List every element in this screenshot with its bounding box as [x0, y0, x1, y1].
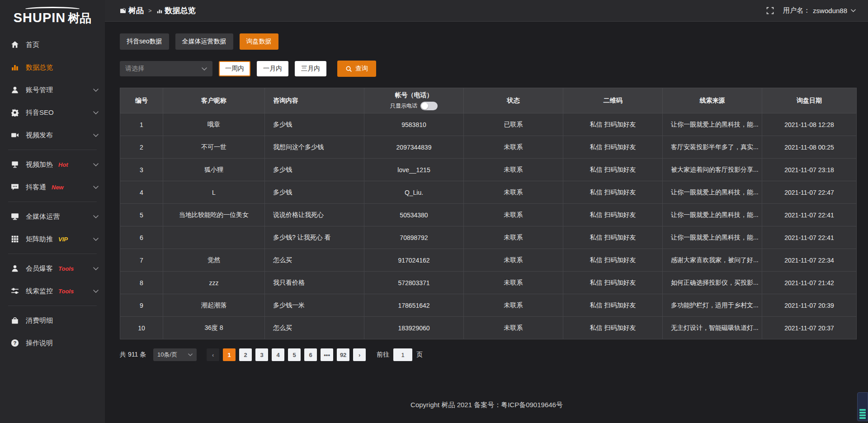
cell-account: 70898792 [364, 226, 464, 249]
cell-source-link[interactable]: 多功能护栏灯，适用于乡村文... [663, 294, 762, 317]
user-dropdown[interactable]: 用户名： zswodun88 [783, 6, 856, 15]
next-page-button[interactable]: › [353, 348, 366, 361]
chevron-down-icon [93, 163, 99, 166]
sidebar-item-matrix-boost[interactable]: 矩阵助推VIP [0, 228, 105, 250]
cell-date: 2021-11-07 22:41 [762, 226, 857, 249]
logo-cn: 树品 [68, 10, 91, 26]
logo[interactable]: SHUPIN 树品 [0, 4, 105, 29]
cell-nickname: 36度 8 [163, 317, 265, 339]
sidebar-item-video-heating[interactable]: 视频加热Hot [0, 153, 105, 176]
sidebar-item-label: 抖客通 [26, 183, 46, 192]
cell-source-link[interactable]: 让你一眼就爱上的黑科技，能... [663, 113, 762, 136]
sidebar-item-clue-monitor[interactable]: 线索监控Tools [0, 280, 105, 302]
cell-status: 未联系 [464, 159, 563, 181]
breadcrumb-current[interactable]: 数据总览 [156, 5, 196, 16]
home-icon [11, 41, 19, 49]
page-button-4[interactable]: 4 [272, 348, 284, 361]
column-header-date: 询盘日期 [762, 88, 857, 113]
cell-status: 未联系 [464, 181, 563, 204]
cell-no: 7 [120, 249, 163, 272]
sidebar-item-doukeTong[interactable]: 抖客通New [0, 176, 105, 198]
cell-source-link[interactable]: 如何正确选择投影仪，买投影... [663, 272, 762, 294]
sidebar-item-operation-guide[interactable]: ?操作说明 [0, 332, 105, 354]
search-button[interactable]: 查询 [337, 61, 376, 77]
sidebar-item-consumption-detail[interactable]: 消费明细 [0, 309, 105, 332]
period-button-0[interactable]: 一周内 [219, 61, 250, 76]
tab-0[interactable]: 抖音seo数据 [120, 33, 169, 50]
table-row: 6多少钱? 让我死心 看70898792未联系私信 扫码加好友让你一眼就爱上的黑… [120, 226, 857, 249]
widget-bar [859, 414, 866, 416]
cell-account: 50534380 [364, 204, 464, 226]
cell-source-link[interactable]: 被大家追着问的客厅投影分享... [663, 159, 762, 181]
breadcrumb-current-label: 数据总览 [165, 5, 196, 16]
fullscreen-icon[interactable] [766, 7, 774, 14]
comment-icon [11, 183, 19, 191]
cell-qrcode-link[interactable]: 私信 扫码加好友 [563, 249, 663, 272]
heat-icon [11, 160, 19, 169]
sidebar-item-label: 会员爆客 [26, 264, 53, 273]
goto-page-input[interactable]: 1 [393, 348, 412, 361]
table-row: 5当地比较能吃的一位美女说说价格让我死心50534380未联系私信 扫码加好友让… [120, 204, 857, 226]
tab-1[interactable]: 全媒体运营数据 [175, 33, 233, 50]
breadcrumb-home[interactable]: 树品 [120, 5, 144, 16]
page-button-5[interactable]: 5 [288, 348, 301, 361]
cell-account: 2097344839 [364, 136, 464, 159]
cell-qrcode-link[interactable]: 私信 扫码加好友 [563, 159, 663, 181]
cell-qrcode-link[interactable]: 私信 扫码加好友 [563, 294, 663, 317]
sidebar-item-douyin-seo[interactable]: 抖音SEO [0, 101, 105, 124]
cell-content: 多少钱一米 [265, 294, 364, 317]
sidebar-item-member-baoke[interactable]: 会员爆客Tools [0, 257, 105, 280]
cell-account: 572803371 [364, 272, 464, 294]
widget-bar [859, 417, 866, 419]
cell-date: 2021-11-07 22:41 [762, 204, 857, 226]
floating-widget[interactable] [857, 392, 868, 421]
cell-qrcode-link[interactable]: 私信 扫码加好友 [563, 317, 663, 339]
table-row: 9潮起潮落多少钱一米178651642未联系私信 扫码加好友多功能护栏灯，适用于… [120, 294, 857, 317]
page-button-1[interactable]: 1 [223, 348, 236, 361]
page-size-select[interactable]: 10条/页 [153, 348, 197, 361]
tab-2[interactable]: 询盘数据 [240, 33, 278, 50]
phone-only-toggle[interactable] [420, 102, 438, 110]
breadcrumb-home-label: 树品 [128, 5, 144, 16]
cell-source-link[interactable]: 让你一眼就爱上的黑科技，能... [663, 181, 762, 204]
cell-source-link[interactable]: 感谢大家喜欢我家，被问了好... [663, 249, 762, 272]
cell-account: 183929060 [364, 317, 464, 339]
sidebar: SHUPIN 树品 首页数据总览账号管理抖音SEO视频发布视频加热Hot抖客通N… [0, 0, 105, 423]
cell-source-link[interactable]: 让你一眼就爱上的黑科技，能... [663, 226, 762, 249]
filter-select[interactable]: 请选择 [120, 61, 212, 76]
column-header-account: 帐号（电话） 只显示电话 [364, 88, 464, 113]
filter-select-placeholder: 请选择 [125, 65, 144, 73]
cell-qrcode-link[interactable]: 私信 扫码加好友 [563, 226, 663, 249]
cell-source-link[interactable]: 让你一眼就爱上的黑科技，能... [663, 204, 762, 226]
sidebar-item-home[interactable]: 首页 [0, 33, 105, 56]
cell-qrcode-link[interactable]: 私信 扫码加好友 [563, 136, 663, 159]
period-button-1[interactable]: 一月内 [257, 61, 288, 76]
page-button-3[interactable]: 3 [255, 348, 268, 361]
sidebar-item-all-media-operation[interactable]: 全媒体运营 [0, 205, 105, 228]
sidebar-item-badge: New [52, 184, 64, 191]
cell-status: 未联系 [464, 272, 563, 294]
cell-nickname: 哦章 [163, 113, 265, 136]
page-button-2[interactable]: 2 [239, 348, 252, 361]
cell-qrcode-link[interactable]: 私信 扫码加好友 [563, 204, 663, 226]
cell-qrcode-link[interactable]: 私信 扫码加好友 [563, 113, 663, 136]
sidebar-divider [8, 306, 97, 306]
cell-qrcode-link[interactable]: 私信 扫码加好友 [563, 181, 663, 204]
page-button-•••[interactable]: ••• [321, 348, 333, 361]
page-button-92[interactable]: 92 [337, 348, 349, 361]
page-button-6[interactable]: 6 [304, 348, 317, 361]
goto-prefix: 前往 [377, 351, 389, 359]
logo-text: SHUPIN 树品 [14, 10, 92, 26]
cell-source-link[interactable]: 无主灯设计，智能磁吸轨道灯... [663, 317, 762, 339]
sidebar-item-video-publish[interactable]: 视频发布 [0, 124, 105, 146]
sidebar-item-data-overview[interactable]: 数据总览 [0, 56, 105, 79]
cell-qrcode-link[interactable]: 私信 扫码加好友 [563, 272, 663, 294]
pagination-total: 共 911 条 [120, 351, 146, 359]
cell-date: 2021-11-07 22:47 [762, 181, 857, 204]
cell-date: 2021-11-08 00:25 [762, 136, 857, 159]
sidebar-item-account-management[interactable]: 账号管理 [0, 79, 105, 101]
cell-no: 8 [120, 272, 163, 294]
prev-page-button[interactable]: ‹ [207, 348, 219, 361]
period-button-2[interactable]: 三月内 [295, 61, 326, 76]
cell-source-link[interactable]: 客厅安装投影半年多了，真实... [663, 136, 762, 159]
